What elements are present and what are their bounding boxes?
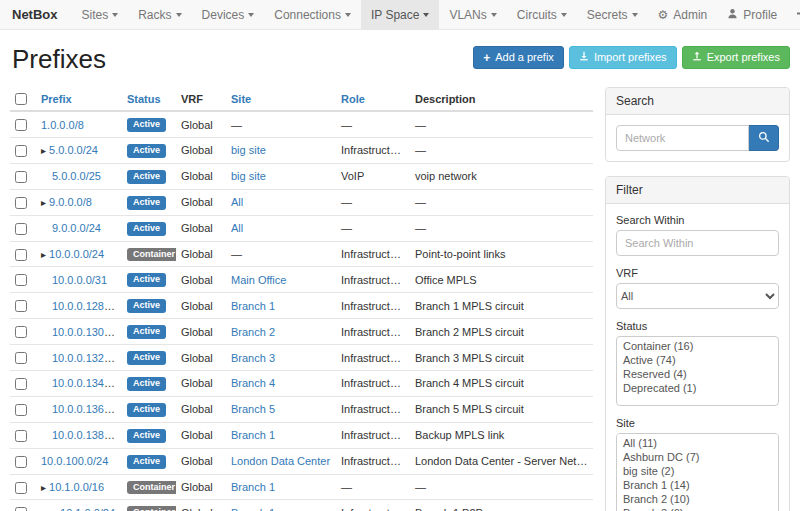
logout-link[interactable]: Log out [787, 0, 800, 29]
export-prefixes-button[interactable]: Export prefixes [682, 46, 790, 69]
chevron-down-icon [423, 13, 429, 17]
nav-item-vlans[interactable]: VLANs [439, 0, 506, 29]
status-filter-option[interactable]: Active (74) [617, 353, 778, 367]
nav-item-ip-space[interactable]: IP Space [361, 0, 439, 29]
prefix-link[interactable]: 5.0.0.0/24 [49, 144, 98, 156]
search-input[interactable] [616, 125, 749, 151]
row-checkbox[interactable] [15, 274, 27, 286]
site-link[interactable]: Branch 2 [231, 326, 275, 338]
column-header-status[interactable]: Status [127, 93, 161, 105]
row-checkbox[interactable] [15, 430, 27, 442]
site-cell: Branch 1 [226, 474, 336, 500]
export-icon [692, 51, 702, 64]
nav-item-connections[interactable]: Connections [264, 0, 361, 29]
prefix-link[interactable]: 10.0.0.136/31 [52, 403, 119, 415]
table-row: 5.0.0.0/25 Active Global big site VoIP v… [10, 163, 593, 189]
expand-arrow-icon: ▸ [41, 482, 46, 493]
row-checkbox[interactable] [15, 145, 27, 157]
site-link[interactable]: London Data Center [231, 455, 330, 467]
site-link[interactable]: Main Office [231, 274, 286, 286]
status-filter-select[interactable]: Container (16)Active (74)Reserved (4)Dep… [616, 336, 779, 406]
status-badge: Active [127, 196, 166, 210]
prefix-link[interactable]: 10.0.0.134/31 [52, 377, 119, 389]
row-checkbox[interactable] [15, 223, 27, 235]
prefix-link[interactable]: 10.0.0.130/31 [52, 326, 119, 338]
column-header-prefix[interactable]: Prefix [41, 93, 72, 105]
nav-item-sites[interactable]: Sites [72, 0, 129, 29]
site-link[interactable]: All [231, 222, 243, 234]
site-link[interactable]: Branch 4 [231, 377, 275, 389]
chevron-down-icon [176, 13, 182, 17]
nav-item-circuits[interactable]: Circuits [507, 0, 577, 29]
prefix-link[interactable]: 10.0.0.0/24 [49, 248, 104, 260]
prefix-link[interactable]: 10.1.0.0/16 [49, 481, 104, 493]
row-checkbox[interactable] [15, 326, 27, 338]
site-link[interactable]: Branch 1 [231, 429, 275, 441]
admin-link[interactable]: ⚙ Admin [648, 0, 718, 29]
site-link[interactable]: Branch 5 [231, 403, 275, 415]
nav-item-racks[interactable]: Racks [128, 0, 191, 29]
import-prefixes-button[interactable]: Import prefixes [569, 46, 677, 69]
column-header-site[interactable]: Site [231, 93, 251, 105]
prefix-link[interactable]: 10.0.0.0/31 [52, 274, 107, 286]
nav-item-devices[interactable]: Devices [192, 0, 265, 29]
site-link[interactable]: Branch 3 [231, 352, 275, 364]
role-value: — [336, 111, 410, 137]
row-checkbox[interactable] [15, 300, 27, 312]
profile-link[interactable]: Profile [717, 0, 787, 29]
row-checkbox[interactable] [15, 482, 27, 494]
row-checkbox[interactable] [15, 378, 27, 390]
row-checkbox[interactable] [15, 119, 27, 131]
table-row: 10.0.0.132/31 Active Global Branch 3 Inf… [10, 345, 593, 371]
site-filter-option[interactable]: Branch 2 (10) [617, 492, 778, 506]
row-checkbox[interactable] [15, 249, 27, 261]
site-link[interactable]: big site [231, 144, 266, 156]
site-link[interactable]: Branch 1 [231, 300, 275, 312]
row-checkbox[interactable] [15, 507, 27, 511]
site-filter-option[interactable]: big site (2) [617, 464, 778, 478]
prefix-link[interactable]: 10.0.100.0/24 [41, 455, 108, 467]
site-filter-option[interactable]: Branch 1 (14) [617, 478, 778, 492]
site-filter-option[interactable]: Ashburn DC (7) [617, 450, 778, 464]
status-badge: Active [127, 222, 166, 236]
site-filter-label: Site [616, 417, 779, 429]
prefix-link[interactable]: 10.0.0.128/31 [52, 300, 119, 312]
row-checkbox[interactable] [15, 352, 27, 364]
site-filter-select[interactable]: All (11)Ashburn DC (7)big site (2)Branch… [616, 433, 779, 511]
row-checkbox[interactable] [15, 197, 27, 209]
site-link[interactable]: All [231, 196, 243, 208]
prefix-link[interactable]: 5.0.0.0/25 [52, 170, 101, 182]
site-link[interactable]: big site [231, 170, 266, 182]
filter-panel-title: Filter [606, 177, 789, 204]
prefix-link[interactable]: 9.0.0.0/8 [49, 196, 92, 208]
vrf-filter-select[interactable]: All [616, 283, 779, 309]
site-link[interactable]: Branch 1 [231, 507, 275, 511]
add-prefix-button[interactable]: + Add a prefix [473, 46, 564, 69]
prefix-link[interactable]: 1.0.0.0/8 [41, 119, 84, 131]
search-button[interactable] [749, 125, 779, 151]
site-link[interactable]: Branch 1 [231, 481, 275, 493]
site-filter-option[interactable]: Branch 3 (6) [617, 506, 778, 511]
role-value: Infrastructure [336, 267, 410, 293]
status-filter-option[interactable]: Reserved (4) [617, 367, 778, 381]
prefix-link[interactable]: 10.0.0.132/31 [52, 352, 119, 364]
nav-item-secrets[interactable]: Secrets [577, 0, 648, 29]
search-within-input[interactable] [616, 230, 779, 256]
table-row: 10.0.100.0/24 Active Global London Data … [10, 448, 593, 474]
column-header-role[interactable]: Role [341, 93, 365, 105]
brand-link[interactable]: NetBox [0, 0, 72, 29]
prefix-link[interactable]: 10.1.0.0/24 [60, 507, 115, 511]
status-filter-option[interactable]: Container (16) [617, 339, 778, 353]
row-checkbox[interactable] [15, 171, 27, 183]
status-filter-option[interactable]: Deprecated (1) [617, 381, 778, 395]
role-value: — [336, 215, 410, 241]
vrf-value: Global [176, 474, 226, 500]
table-row: ▸10.1.0.0/16 Container Global Branch 1 —… [10, 474, 593, 500]
select-all-checkbox[interactable] [15, 93, 27, 105]
row-checkbox[interactable] [15, 404, 27, 416]
row-checkbox[interactable] [15, 456, 27, 468]
prefix-link[interactable]: 10.0.0.138/31 [52, 429, 119, 441]
prefix-link[interactable]: 9.0.0.0/24 [52, 222, 101, 234]
table-row: 9.0.0.0/24 Active Global All — — [10, 215, 593, 241]
site-filter-option[interactable]: All (11) [617, 436, 778, 450]
